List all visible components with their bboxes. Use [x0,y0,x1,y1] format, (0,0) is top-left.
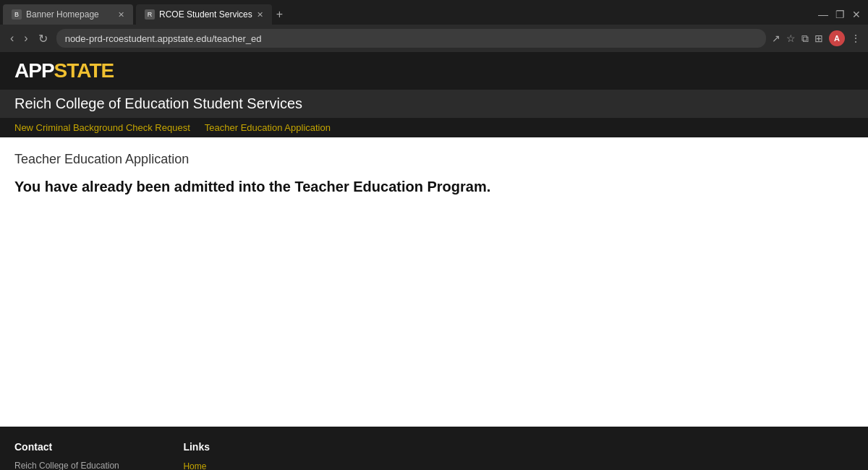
footer-links: Links Home Disclaimer EO Policy Privacy … [183,441,237,470]
main-content: Teacher Education Application You have a… [0,137,868,427]
page-title: Teacher Education Application [14,152,854,167]
footer-links-heading: Links [183,441,237,453]
footer-contact: Contact Reich College of Education 151 C… [14,441,125,470]
tab-favicon-2: R [145,9,155,20]
app-header: APPSTATE [0,52,868,90]
institution-title: Reich College of Education Student Servi… [14,95,854,112]
appstate-logo: APPSTATE [14,59,868,82]
page-message: You have already been admitted into the … [14,179,854,195]
nav-buttons: ‹ › ↻ [7,30,51,47]
footer-contact-line-1: Reich College of Education [14,461,119,470]
share-icon[interactable]: ↗ [772,33,780,44]
close-window-icon[interactable]: ✕ [852,9,861,20]
tab-close-2[interactable]: ✕ [257,10,263,20]
institution-header: Reich College of Education Student Servi… [0,90,868,118]
address-bar: ‹ › ↻ ↗ ☆ ⧉ ⊞ A ⋮ [0,25,868,52]
browser-chrome: B Banner Homepage ✕ R RCOE Student Servi… [0,0,868,52]
footer-contact-heading: Contact [14,441,125,453]
back-button[interactable]: ‹ [7,30,17,47]
nav-link-teacher-app[interactable]: Teacher Education Application [205,122,331,133]
refresh-button[interactable]: ↻ [35,30,51,47]
extensions-icon[interactable]: ⧉ [801,33,809,45]
tab-banner-homepage[interactable]: B Banner Homepage ✕ [3,4,133,25]
logo-state: STATE [54,59,114,82]
tab-close-1[interactable]: ✕ [118,10,124,20]
tab-label-1: Banner Homepage [26,9,99,20]
restore-icon[interactable]: ❐ [835,9,845,20]
tab-right-controls: — ❐ ✕ [818,9,868,20]
profile-avatar[interactable]: A [829,30,845,46]
tab-favicon-1: B [12,9,22,20]
tab-label-2: RCOE Student Services [159,9,252,20]
grid-icon[interactable]: ⊞ [814,33,823,44]
footer-link-home[interactable]: Home [183,458,237,470]
footer-contact-lines: Reich College of Education 151 College S… [14,458,125,470]
toolbar-icons: ↗ ☆ ⧉ ⊞ A ⋮ [772,30,861,46]
tab-rcoe[interactable]: R RCOE Student Services ✕ [136,4,272,25]
nav-bar: New Criminal Background Check Request Te… [0,118,868,137]
nav-link-bg-check[interactable]: New Criminal Background Check Request [14,122,190,133]
forward-button[interactable]: › [21,30,30,47]
bookmark-icon[interactable]: ☆ [786,33,796,44]
footer: Contact Reich College of Education 151 C… [0,427,868,470]
new-tab-button[interactable]: + [276,8,283,21]
url-input[interactable] [56,29,766,48]
menu-icon[interactable]: ⋮ [851,33,861,44]
minimize-icon[interactable]: — [818,9,828,20]
logo-app: APP [14,59,54,82]
tab-bar: B Banner Homepage ✕ R RCOE Student Servi… [0,0,868,25]
